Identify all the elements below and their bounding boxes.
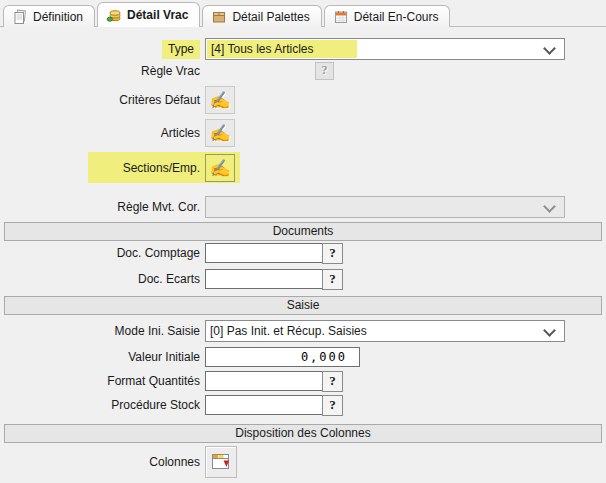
doc-ecarts-help-button[interactable]: ? [322,269,343,290]
format-quantites-label: Format Quantités [0,373,200,389]
detail-vrac-panel: Définition Détail Vrac Détail Palettes [0,0,606,483]
criteres-defaut-button: ✍ [205,86,235,114]
regle-vrac-help-button: ? [315,62,334,80]
calendar-icon [333,9,349,25]
mode-ini-saisie-value: [0] Pas Init. et Récup. Saisies [210,324,367,338]
procedure-stock-label: Procédure Stock [0,397,200,413]
box-icon [211,9,227,25]
writing-hand-icon: ✍ [209,160,230,177]
mode-ini-saisie-label: Mode Ini. Saisie [0,323,200,339]
note-icon [12,9,28,25]
chevron-down-icon [543,324,556,337]
tab-detail-en-cours-label: Détail En-Cours [354,10,439,24]
colonnes-label: Colonnes [0,454,200,470]
procedure-stock-help-button[interactable]: ? [322,395,343,416]
valeur-initiale-label: Valeur Initiale [0,349,200,365]
tab-detail-vrac[interactable]: Détail Vrac [97,2,200,27]
articles-label: Articles [0,125,200,141]
regle-vrac-label: Règle Vrac [0,63,200,79]
sections-emp-button[interactable]: ✍ [205,154,235,182]
writing-hand-icon: ✍ [209,125,230,142]
doc-comptage-label: Doc. Comptage [0,245,200,261]
disposition-section-header: Disposition des Colonnes [4,424,602,443]
tab-detail-vrac-label: Détail Vrac [127,8,188,22]
regle-mvt-cor-label: Règle Mvt. Cor. [0,199,200,215]
saisie-section-header: Saisie [4,296,602,315]
writing-hand-icon: ✍ [209,92,230,109]
doc-ecarts-input[interactable] [205,269,325,289]
coins-icon [106,7,122,23]
valeur-initiale-input[interactable] [205,347,360,367]
mode-ini-saisie-select[interactable]: [0] Pas Init. et Récup. Saisies [205,320,565,342]
chevron-down-icon [543,42,556,55]
chevron-down-icon [543,200,556,213]
doc-comptage-input[interactable] [205,243,325,263]
type-label: Type [0,41,200,57]
tab-definition[interactable]: Définition [3,5,95,27]
doc-ecarts-label: Doc. Ecarts [0,271,200,287]
regle-mvt-cor-select [205,196,565,218]
tabbar: Définition Détail Vrac Détail Palettes [3,2,452,27]
tab-detail-palettes-label: Détail Palettes [232,10,309,24]
format-quantites-input[interactable] [205,371,325,391]
criteres-defaut-label: Critères Défaut [0,92,200,108]
columns-layout-icon [210,451,232,473]
colonnes-button[interactable] [205,446,237,478]
type-select-value: [4] Tous les Articles [207,40,357,58]
format-quantites-help-button[interactable]: ? [322,371,343,392]
type-select[interactable]: [4] Tous les Articles [205,38,565,60]
articles-button: ✍ [205,119,235,147]
doc-comptage-help-button[interactable]: ? [322,243,343,264]
tab-detail-en-cours[interactable]: Détail En-Cours [324,5,451,27]
tab-definition-label: Définition [33,10,83,24]
procedure-stock-input[interactable] [205,395,325,415]
documents-section-header: Documents [4,222,602,241]
tab-detail-palettes[interactable]: Détail Palettes [202,5,321,27]
sections-emp-label: Sections/Emp. [0,160,200,176]
